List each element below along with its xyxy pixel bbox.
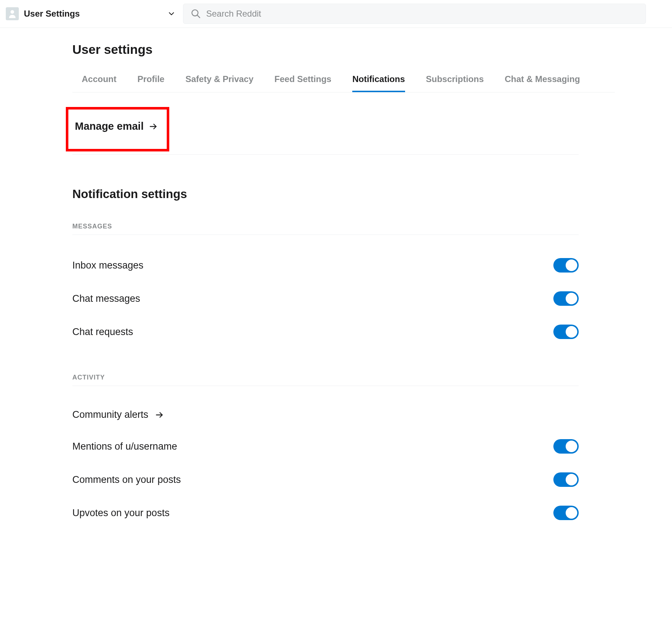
- row-label: Mentions of u/username: [72, 441, 177, 452]
- tab-chat-messaging[interactable]: Chat & Messaging: [505, 68, 580, 92]
- manage-email-label: Manage email: [75, 120, 144, 132]
- row-upvotes-posts: Upvotes on your posts: [72, 496, 579, 529]
- group-label-messages: MESSAGES: [72, 223, 579, 235]
- row-label: Comments on your posts: [72, 474, 181, 485]
- top-bar: User Settings: [0, 0, 672, 28]
- manage-email-link[interactable]: Manage email: [75, 120, 158, 132]
- search-icon: [191, 8, 201, 19]
- user-chip[interactable]: User Settings: [6, 7, 176, 20]
- row-chat-requests: Chat requests: [72, 315, 579, 348]
- toggle-inbox-messages[interactable]: [553, 258, 579, 273]
- row-comments-posts: Comments on your posts: [72, 463, 579, 496]
- row-label: Chat requests: [72, 326, 133, 338]
- arrow-right-icon: [149, 122, 158, 131]
- toggle-upvotes-posts[interactable]: [553, 506, 579, 520]
- avatar: [6, 7, 19, 20]
- row-label: Upvotes on your posts: [72, 507, 170, 519]
- row-label: Inbox messages: [72, 260, 144, 271]
- community-alerts-label: Community alerts: [72, 409, 148, 420]
- row-chat-messages: Chat messages: [72, 282, 579, 315]
- tabs: Account Profile Safety & Privacy Feed Se…: [72, 68, 615, 93]
- toggle-mentions[interactable]: [553, 439, 579, 454]
- search-input[interactable]: [206, 9, 638, 19]
- toggle-chat-messages[interactable]: [553, 291, 579, 306]
- svg-line-2: [197, 15, 200, 18]
- tab-safety-privacy[interactable]: Safety & Privacy: [186, 68, 254, 92]
- tab-profile[interactable]: Profile: [137, 68, 165, 92]
- search-bar[interactable]: [183, 4, 646, 24]
- page-title: User settings: [72, 42, 615, 57]
- row-label: Community alerts: [72, 409, 164, 420]
- row-label: Chat messages: [72, 293, 140, 304]
- svg-point-0: [10, 10, 14, 14]
- tab-feed-settings[interactable]: Feed Settings: [275, 68, 331, 92]
- notification-settings-title: Notification settings: [72, 187, 615, 201]
- row-mentions: Mentions of u/username: [72, 430, 579, 463]
- highlight-box: Manage email: [66, 107, 169, 151]
- tab-account[interactable]: Account: [82, 68, 116, 92]
- row-inbox-messages: Inbox messages: [72, 249, 579, 282]
- content: User settings Account Profile Safety & P…: [0, 28, 615, 529]
- row-community-alerts[interactable]: Community alerts: [72, 400, 579, 430]
- tab-notifications[interactable]: Notifications: [352, 68, 405, 92]
- toggle-comments-posts[interactable]: [553, 472, 579, 487]
- divider: [72, 154, 579, 155]
- group-label-activity: ACTIVITY: [72, 374, 579, 386]
- arrow-right-icon: [155, 410, 164, 420]
- user-chip-label: User Settings: [24, 9, 162, 19]
- toggle-chat-requests[interactable]: [553, 325, 579, 339]
- avatar-icon: [9, 9, 16, 18]
- tab-subscriptions[interactable]: Subscriptions: [426, 68, 484, 92]
- chevron-down-icon: [167, 9, 176, 18]
